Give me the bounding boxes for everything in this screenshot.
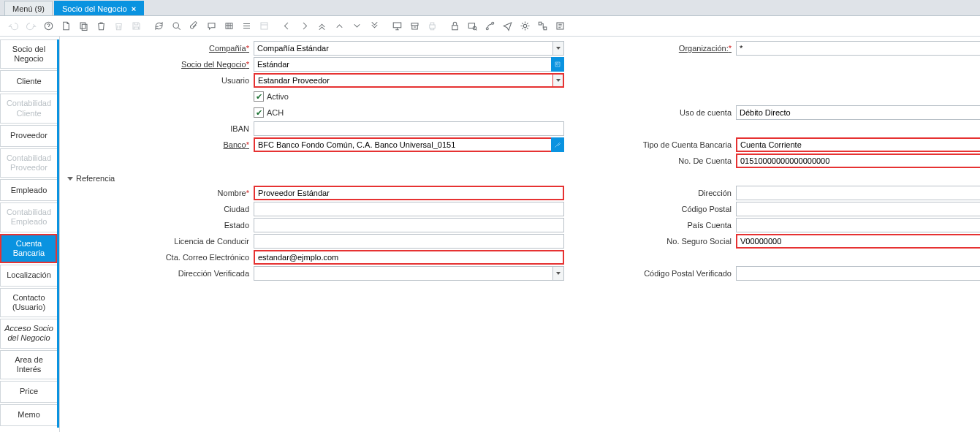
attachment-button[interactable] <box>186 18 202 34</box>
sidebar-item-contab-cliente[interactable]: Contabilidad Cliente <box>0 94 57 123</box>
active-wf-button[interactable] <box>534 18 550 34</box>
sidebar-item-acceso[interactable]: Acceso Socio del Negocio <box>0 319 57 348</box>
organizacion-select[interactable] <box>736 41 980 56</box>
direccion-input[interactable] <box>736 186 980 200</box>
sidebar-item-socio[interactable]: Socio del Negocio <box>0 39 57 69</box>
report-button[interactable] <box>389 18 405 34</box>
compania-select[interactable] <box>254 41 564 56</box>
archive-button[interactable] <box>406 18 422 34</box>
codpostal-input[interactable] <box>736 202 980 216</box>
help-button[interactable] <box>40 18 56 34</box>
dirverificada-select[interactable] <box>254 266 564 281</box>
print-button[interactable] <box>424 18 440 34</box>
uso-value[interactable] <box>736 105 980 120</box>
sidebar-item-memo[interactable]: Memo <box>0 404 57 426</box>
ciudad-input[interactable] <box>254 202 564 216</box>
organizacion-value[interactable] <box>736 41 980 56</box>
refresh-button[interactable] <box>151 18 167 34</box>
dirverificada-value[interactable] <box>254 266 564 281</box>
usuario-select[interactable] <box>254 73 564 88</box>
sidebar-item-empleado[interactable]: Empleado <box>0 179 57 201</box>
uso-select[interactable] <box>736 105 980 120</box>
chevron-down-icon <box>352 20 362 31</box>
banco-value[interactable] <box>254 137 564 152</box>
label-uso: Uso de cuenta <box>608 108 736 117</box>
sidebar-item-proveedor[interactable]: Proveedor <box>0 125 57 147</box>
label-dirverificada: Dirección Verificada <box>67 269 254 278</box>
prev-button[interactable] <box>278 18 295 34</box>
undo-button[interactable] <box>5 18 21 34</box>
form-area: Compañía* Organización:* Socio del Negoc… <box>60 37 980 432</box>
svg-rect-10 <box>468 23 474 29</box>
cpverificado-select[interactable] <box>736 266 980 281</box>
copy-icon <box>78 20 89 31</box>
customize-button[interactable] <box>256 18 272 34</box>
save-button[interactable] <box>128 18 144 34</box>
seguro-input[interactable] <box>736 234 980 249</box>
last-button[interactable] <box>366 18 382 34</box>
tipocuenta-value[interactable] <box>736 137 980 152</box>
monitor-icon <box>392 20 403 31</box>
licencia-input[interactable] <box>254 234 564 249</box>
sidebar-item-label: Contabilidad Cliente <box>4 99 54 118</box>
tab-socio[interactable]: Socio del Negocio × <box>54 1 144 15</box>
chevron-down-icon[interactable] <box>552 73 564 88</box>
requery-button[interactable] <box>168 18 184 34</box>
label-paiscuenta: País Cuenta <box>608 221 736 230</box>
lookup-icon[interactable] <box>551 137 564 152</box>
socio-value[interactable] <box>254 57 564 72</box>
sidebar-item-label: Cliente <box>16 77 41 86</box>
tipocuenta-select[interactable] <box>736 137 980 152</box>
correo-input[interactable] <box>254 250 564 265</box>
redo-icon <box>26 20 37 31</box>
redo-button[interactable] <box>23 18 39 34</box>
banco-lookup[interactable] <box>254 137 564 152</box>
lines-icon <box>241 20 252 31</box>
activo-checkbox[interactable]: ✔Activo <box>254 89 564 104</box>
chat-button[interactable] <box>203 18 219 34</box>
copy-button[interactable] <box>75 18 91 34</box>
first-button[interactable] <box>314 18 330 34</box>
delete-selected-button[interactable] <box>110 18 126 34</box>
sidebar-item-cliente[interactable]: Cliente <box>0 70 57 92</box>
lookup-icon[interactable] <box>551 57 564 72</box>
sidebar-item-contacto[interactable]: Contacto (Usuario) <box>0 288 57 317</box>
section-referencia[interactable]: Referencia <box>67 174 965 183</box>
ach-checkbox[interactable]: ✔ACH <box>254 105 564 120</box>
iban-input[interactable] <box>254 121 564 136</box>
socio-lookup[interactable] <box>254 57 564 72</box>
chevron-down-icon[interactable] <box>552 41 564 56</box>
svg-rect-5 <box>261 23 267 29</box>
new-button[interactable] <box>58 18 74 34</box>
nombre-input[interactable] <box>254 186 564 200</box>
multi-button[interactable] <box>238 18 254 34</box>
compania-value[interactable] <box>254 41 564 56</box>
grid-button[interactable] <box>221 18 237 34</box>
lock-button[interactable] <box>447 18 463 34</box>
estado-input[interactable] <box>254 218 564 232</box>
chevron-down-icon[interactable] <box>552 266 564 281</box>
zoom-button[interactable] <box>464 18 480 34</box>
sidebar-item-localizacion[interactable]: Localización <box>0 265 57 287</box>
export-button[interactable] <box>552 18 568 34</box>
chevron-right-icon <box>299 20 310 31</box>
prefs-button[interactable] <box>517 18 533 34</box>
next-button[interactable] <box>296 18 312 34</box>
delete-button[interactable] <box>93 18 109 34</box>
usuario-value[interactable] <box>254 73 564 88</box>
sidebar-item-area[interactable]: Area de Interés <box>0 350 57 379</box>
sidebar-item-price[interactable]: Price <box>0 381 57 403</box>
paiscuenta-input[interactable] <box>736 218 980 232</box>
parent-button[interactable] <box>331 18 347 34</box>
sidebar-item-contab-proveedor[interactable]: Contabilidad Proveedor <box>0 148 57 178</box>
cpverificado-value[interactable] <box>736 266 980 281</box>
request-button[interactable] <box>499 18 515 34</box>
workflow-button[interactable] <box>482 18 498 34</box>
sidebar-item-contab-empleado[interactable]: Contabilidad Empleado <box>0 202 57 232</box>
nocuenta-input[interactable] <box>736 154 980 168</box>
sidebar-item-cuenta-bancaria[interactable]: Cuenta Bancaria <box>0 234 57 263</box>
close-icon[interactable]: × <box>132 4 136 13</box>
detail-button[interactable] <box>349 18 365 34</box>
label-nombre: Nombre* <box>67 189 254 197</box>
tab-menu[interactable]: Menú (9) <box>4 1 53 15</box>
